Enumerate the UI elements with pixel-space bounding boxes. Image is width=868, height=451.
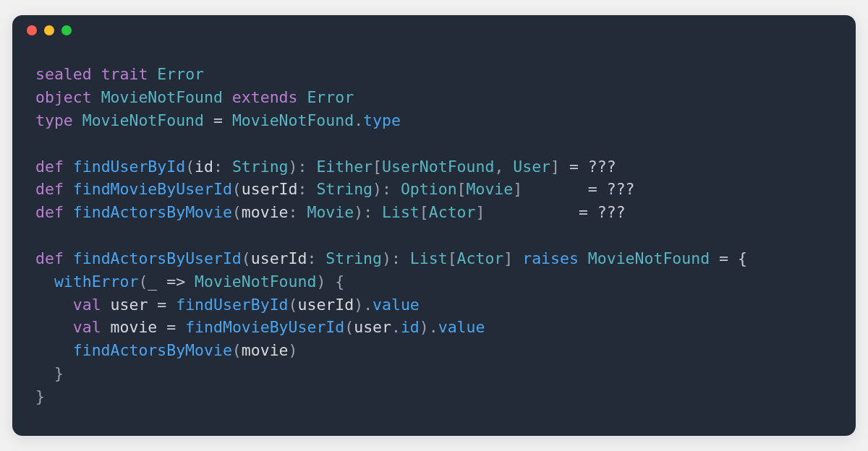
titlebar <box>12 15 856 46</box>
code-token: ): <box>373 180 391 198</box>
code-token: = { <box>719 249 747 267</box>
code-token: def <box>35 249 64 267</box>
code-token: ] <box>503 249 513 267</box>
code-token: ): <box>289 158 307 176</box>
code-token: type <box>35 111 73 129</box>
code-token: MovieNotFound <box>588 249 710 267</box>
code-token: trait <box>101 65 148 83</box>
code-token: _ <box>148 272 157 291</box>
code-token: : <box>213 158 223 176</box>
code-token: [ <box>373 158 382 176</box>
code-token: ) { <box>316 272 344 291</box>
code-token: = ??? <box>579 203 626 221</box>
code-token: ( <box>138 272 148 291</box>
code-token: findMovieByUserId <box>73 180 232 198</box>
code-token: ). <box>354 296 373 314</box>
code-token: ( <box>344 318 354 336</box>
code-token: Option <box>401 180 457 198</box>
code-token: : <box>297 180 307 198</box>
code-token: user <box>111 296 148 314</box>
code-token: : <box>307 249 316 267</box>
code-token: = <box>166 318 176 336</box>
code-token: } <box>35 387 45 405</box>
code-token: ( <box>232 203 242 221</box>
code-token: MovieNotFound <box>195 272 316 291</box>
maximize-icon[interactable] <box>61 25 72 35</box>
code-token: ( <box>242 249 251 267</box>
code-token: userId <box>251 249 307 267</box>
code-token: String <box>232 158 289 176</box>
code-token: MovieNotFound <box>232 111 354 129</box>
code-token <box>35 272 54 291</box>
code-token: findActorsByUserId <box>73 249 242 267</box>
code-token: = <box>213 111 223 129</box>
code-token: findActorsByMovie <box>73 341 232 359</box>
minimize-icon[interactable] <box>44 25 54 35</box>
code-token: ] <box>476 203 569 221</box>
code-token <box>35 318 73 336</box>
code-token: [ <box>420 203 429 221</box>
code-token: findUserById <box>176 296 288 314</box>
code-token: MovieNotFound <box>82 111 204 129</box>
code-token: String <box>316 180 373 198</box>
code-token: type <box>363 111 401 129</box>
code-token: [ <box>448 249 457 267</box>
code-token: movie <box>111 318 158 336</box>
code-token: def <box>35 180 64 198</box>
code-token: ): <box>382 249 401 267</box>
close-icon[interactable] <box>27 25 37 35</box>
code-token: User <box>513 158 550 176</box>
code-token: value <box>373 296 420 314</box>
code-token <box>35 341 73 359</box>
code-token: value <box>438 318 485 336</box>
traffic-lights <box>27 25 72 35</box>
code-token: . <box>391 318 401 336</box>
code-token: = ??? <box>569 158 616 176</box>
code-token: Actor <box>457 249 504 267</box>
code-token: ). <box>420 318 438 336</box>
code-token: findActorsByMovie <box>73 203 232 221</box>
code-token: } <box>54 364 64 382</box>
code-token: id <box>401 318 420 336</box>
code-token: ): <box>354 203 373 221</box>
code-token: movie <box>242 203 289 221</box>
code-token: val <box>73 318 101 336</box>
code-token: ( <box>232 341 242 359</box>
code-token: UserNotFound <box>382 158 494 176</box>
code-token: => <box>166 272 185 291</box>
code-token: ( <box>289 296 298 314</box>
code-token: : <box>289 203 298 221</box>
code-token: Movie <box>467 180 514 198</box>
code-token: ) <box>289 341 298 359</box>
code-token: ( <box>232 180 242 198</box>
code-token: ( <box>185 158 195 176</box>
code-token: Actor <box>429 203 476 221</box>
code-token: sealed <box>35 65 92 83</box>
code-token: raises <box>522 249 579 267</box>
code-token: List <box>382 203 420 221</box>
code-token: userId <box>242 180 298 198</box>
code-token: Movie <box>307 203 354 221</box>
code-token: extends <box>232 88 298 106</box>
code-token: withError <box>54 272 139 291</box>
code-token: Either <box>316 158 373 176</box>
code-token: , <box>494 158 503 176</box>
code-token <box>35 364 54 382</box>
editor-window: sealed trait Error object MovieNotFound … <box>12 15 856 435</box>
code-token: movie <box>242 341 289 359</box>
code-token: def <box>35 158 64 176</box>
code-token <box>35 296 73 314</box>
code-token: [ <box>457 180 467 198</box>
code-token: ] <box>513 180 579 198</box>
code-token: id <box>195 158 213 176</box>
code-token: user <box>354 318 391 336</box>
code-area[interactable]: sealed trait Error object MovieNotFound … <box>12 46 856 435</box>
code-token: val <box>73 296 101 314</box>
code-token: String <box>326 249 382 267</box>
code-token: object <box>35 88 92 106</box>
code-token: Error <box>307 88 354 106</box>
code-token: MovieNotFound <box>101 88 223 106</box>
code-token: findMovieByUserId <box>185 318 344 336</box>
code-token: = ??? <box>588 180 635 198</box>
code-token: . <box>354 111 363 129</box>
